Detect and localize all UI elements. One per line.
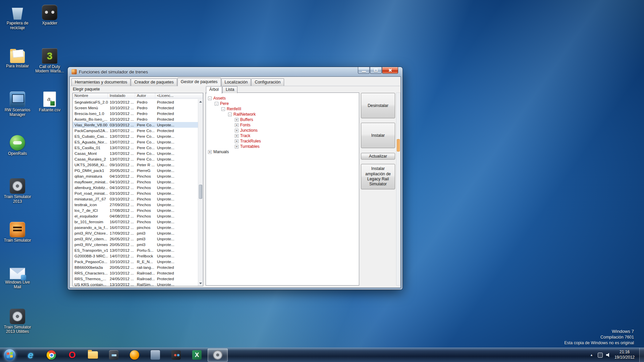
table-row[interactable]: miniaturas_JT_67 03/10/2012 ... Pinchos … — [73, 196, 198, 202]
tree-expander-icon[interactable]: + — [235, 129, 238, 132]
view-tab[interactable]: Lista — [222, 86, 237, 93]
window-scrollbar-thumb[interactable] — [397, 139, 400, 152]
table-row[interactable]: pml3_RIV_Chlore... 17/09/2012 ... pml3 U… — [73, 230, 198, 236]
tree-expander-icon[interactable]: + — [235, 145, 238, 148]
desktop-icon-openrails[interactable]: OpenRails — [2, 135, 33, 156]
uninstall-button[interactable]: Desinstalar — [361, 93, 395, 118]
taskbar-item-explorer[interactable] — [83, 349, 103, 362]
table-row[interactable]: PackCampsa52A... 13/07/2012 ... Pere Co.… — [73, 128, 198, 133]
desktop-icon-train-sim-disc[interactable]: Train Simulator 2013 Utilities — [2, 309, 33, 335]
table-column-header[interactable]: <Licenc... — [155, 93, 203, 99]
window-scrollbar[interactable] — [396, 93, 400, 286]
table-row[interactable]: mayflower_miniat... 04/10/2012 ... Pinch… — [73, 179, 198, 185]
table-column-header[interactable]: Autor — [135, 93, 155, 99]
update-button[interactable]: Actualizar — [361, 153, 395, 160]
main-tab[interactable]: Herramientas y documentos — [71, 78, 130, 86]
tree-expander-icon[interactable]: - — [208, 97, 212, 100]
tree-node[interactable]: + Buffers — [235, 117, 359, 122]
tray-volume-icon[interactable] — [606, 353, 611, 358]
view-tab[interactable]: Árbol — [206, 86, 222, 94]
window-titlebar[interactable]: Funciones del simulador de trenes — [69, 67, 401, 76]
desktop-icon-train-sim-tiger[interactable]: Train Simulator — [2, 222, 33, 243]
desktop-icon-xpadder[interactable]: Xpadder — [34, 5, 65, 26]
tree-node[interactable]: - Pere — [215, 101, 359, 106]
taskbar-item-opera[interactable]: O — [62, 349, 82, 362]
main-tab[interactable]: Localización — [221, 78, 251, 86]
taskbar-item-ie[interactable]: e — [20, 349, 41, 362]
tree-node[interactable]: - RailNetwork — [228, 112, 359, 117]
table-row[interactable]: el_esquilador 04/08/2012 ... Pinchos Unp… — [73, 213, 198, 219]
table-row[interactable]: UKTS_26958_Ki... 09/10/2012 ... Peter R … — [73, 162, 198, 168]
start-button[interactable] — [0, 348, 19, 362]
table-row[interactable]: Brescia-Iseo_1.0 10/10/2012 ... Pedro Pr… — [73, 111, 198, 116]
table-row[interactable]: PG_DMH_pack1 20/05/2012 ... PierreG Unpr… — [73, 168, 198, 173]
table-row[interactable]: Casas_Mont 13/07/2012 ... Pere Co... Unp… — [73, 150, 198, 156]
table-column-header[interactable]: Nombre — [73, 93, 108, 99]
tree-expander-icon[interactable]: - — [228, 113, 232, 116]
tree-expander-icon[interactable]: + — [235, 118, 238, 122]
close-button[interactable] — [382, 67, 398, 74]
install-legacy-button[interactable]: Instalar ampliación de Legacy Rail Simul… — [361, 164, 395, 189]
taskbar-item-chrome[interactable] — [41, 349, 61, 362]
tree-node[interactable]: + Junctions — [235, 128, 359, 133]
tree-node[interactable]: + Track — [235, 133, 359, 138]
table-row[interactable]: Assets_Bs-Iseo_... 10/10/2012 ... Pedro … — [73, 116, 198, 122]
tree-expander-icon[interactable]: - — [215, 102, 218, 106]
tree-expander-icon[interactable]: - — [221, 107, 225, 111]
minimize-button[interactable] — [358, 67, 370, 74]
tray-display-icon[interactable] — [598, 353, 603, 358]
table-scrollbar[interactable] — [198, 99, 203, 286]
tree-node[interactable]: + Fonts — [235, 122, 359, 128]
table-row[interactable]: Vias_Renfe_V8.00 03/10/2012 ... Pere Co.… — [73, 122, 198, 128]
taskbar-item-utility-app[interactable] — [145, 349, 165, 362]
desktop-icon-cod3[interactable]: 3 Call of Duty Modern Warfa... — [34, 48, 65, 74]
table-row[interactable]: Screen Menù 10/10/2012 ... Pedro Protect… — [73, 105, 198, 111]
tree-node[interactable]: - RenfeIII — [221, 106, 359, 112]
tree-node[interactable]: - Assets — [208, 96, 359, 101]
table-column-header[interactable]: Instalado — [108, 93, 135, 99]
table-row[interactable]: Pack_PegasoCo... 10/10/2012 ... R_E_N...… — [73, 259, 198, 264]
taskbar-item-excel[interactable]: X — [187, 349, 207, 362]
table-row[interactable]: RRS_Thermos_... 24/05/2012 ... Railroad.… — [73, 276, 198, 282]
main-tab[interactable]: Creador de paquetes — [131, 78, 177, 86]
tree-expander-icon[interactable]: + — [235, 123, 238, 127]
tree-expander-icon[interactable]: + — [208, 150, 212, 154]
scroll-down-button[interactable] — [198, 281, 203, 286]
taskbar-item-dark-app[interactable] — [166, 349, 186, 362]
tray-overflow-icon[interactable]: ▲ — [589, 353, 594, 357]
table-scrollbar-thumb[interactable] — [199, 185, 202, 199]
table-row[interactable]: ES_Transportin_v1 13/07/2012 ... Portu-S… — [73, 247, 198, 253]
table-row[interactable]: br_101_ferrosim 16/07/2012 ... Pinchos U… — [73, 219, 198, 225]
table-row[interactable]: altenburg_Klobitz... 04/10/2012 ... Pinc… — [73, 185, 198, 190]
desktop-icon-train-sim-disc[interactable]: Train Simulator 2013 — [2, 178, 33, 204]
show-desktop-button[interactable] — [639, 348, 644, 362]
table-row[interactable]: pml3_RIV_citernes 20/05/2012 ... pml3 Un… — [73, 242, 198, 247]
desktop-icon-live-mail[interactable]: Windows Live Mail — [2, 265, 33, 290]
table-row[interactable]: BB66000beta3a 20/05/2012 ... rail-lang..… — [73, 264, 198, 270]
tree-node[interactable]: + Turntables — [235, 144, 359, 149]
scroll-up-button[interactable] — [198, 99, 203, 104]
table-row[interactable]: US KRS contain... 13/10/2012 ... RailSim… — [73, 282, 198, 286]
install-button[interactable]: Instalar — [361, 123, 395, 148]
main-tab[interactable]: Gestor de paquetes — [177, 78, 221, 86]
desktop-icon-recycle-bin[interactable]: Papelera de reciclaje — [2, 5, 33, 31]
taskbar-item-media-app[interactable] — [104, 349, 124, 362]
maximize-button[interactable] — [370, 67, 382, 74]
table-row[interactable]: pml3_RIV_citern... 26/05/2012 ... pml3 U… — [73, 236, 198, 242]
tree-expander-icon[interactable]: + — [235, 139, 238, 143]
main-tab[interactable]: Configuración — [251, 78, 284, 86]
table-row[interactable]: los_7_de_ICI 17/08/2012 ... Pinchos Unpr… — [73, 207, 198, 213]
tree-expander-icon[interactable]: + — [235, 134, 238, 138]
taskbar-item-outlook[interactable] — [124, 349, 145, 362]
desktop-icon-folder-install[interactable]: Para Instalar — [2, 48, 33, 69]
tree-node[interactable]: + TrackRules — [235, 138, 359, 144]
table-row[interactable]: SegnaleticaFS_2.0 10/10/2012 ... Pedro P… — [73, 99, 198, 105]
table-row[interactable]: ES_Cubato_Cas... 13/07/2012 ... Pere Co.… — [73, 133, 198, 139]
table-row[interactable]: Casas_Rurales_2 13/07/2012 ... Pere Co..… — [73, 156, 198, 162]
table-row[interactable]: paseando_a_la_f... 16/07/2012 ... pincho… — [73, 225, 198, 230]
table-row[interactable]: qilian_miniatura 04/10/2012 ... Pinchos … — [73, 173, 198, 179]
table-row[interactable]: G2000BB-3 MRC... 14/07/2012 ... Prellboc… — [73, 253, 198, 259]
taskbar-item-sim-tools[interactable] — [208, 349, 228, 362]
desktop-icon-rw-scenarios[interactable]: RW Scenarios Manager — [2, 92, 33, 117]
desktop-icon-csv-file[interactable]: a, Faltante.csv — [34, 92, 65, 113]
